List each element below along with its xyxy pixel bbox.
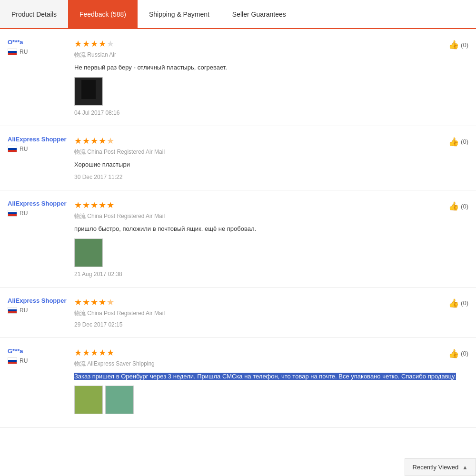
star-2: ★ <box>82 347 90 358</box>
star-2: ★ <box>82 200 90 210</box>
tab-bar: Product Details Feedback (588) Shipping … <box>0 0 476 29</box>
chevron-up-icon: ▲ <box>462 464 468 471</box>
thumbs-up-icon: 👍 <box>448 40 459 50</box>
reviewer-country: RU <box>20 307 28 314</box>
tab-feedback[interactable]: Feedback (588) <box>68 0 138 28</box>
review-content: ★ ★ ★ ★ ★ 物流 Russian Air Не первый раз б… <box>69 39 468 116</box>
like-button[interactable]: 👍 (0) <box>448 348 468 359</box>
logistics-label: 物流 China Post Registered Air Mail <box>74 212 468 220</box>
reviewer-country: RU <box>20 49 28 55</box>
reviewer-name: AliExpress Shopper <box>8 297 69 304</box>
star-2: ★ <box>82 136 90 146</box>
star-3: ★ <box>90 347 98 358</box>
review-text: пришло быстро, положили в почтовый ящик.… <box>74 224 468 234</box>
star-1: ★ <box>74 136 82 146</box>
reviewer-info: G***a RU <box>8 347 69 418</box>
logistics-label: 物流 China Post Registered Air Mail <box>74 148 468 156</box>
review-item: AliExpress Shopper RU ★ ★ ★ ★ ★ 物流 China… <box>0 288 476 338</box>
review-date: 04 Jul 2017 08:16 <box>74 109 468 116</box>
reviewer-flag: RU <box>8 146 69 152</box>
reviewer-country: RU <box>20 210 28 217</box>
tab-shipping[interactable]: Shipping & Payment <box>138 0 221 28</box>
thumbs-up-icon: 👍 <box>448 348 459 359</box>
review-text: Не первый раз беру - отличный пластырь, … <box>74 63 468 72</box>
recently-viewed-button[interactable]: Recently Viewed ▲ <box>405 458 476 476</box>
review-text: Заказ пришел в Оренбург через 3 недели. … <box>74 372 468 381</box>
review-images <box>74 77 468 106</box>
tab-seller[interactable]: Seller Guarantees <box>221 0 298 28</box>
reviewer-info: AliExpress Shopper RU <box>8 200 69 278</box>
like-button[interactable]: 👍 (0) <box>448 201 468 211</box>
star-1: ★ <box>74 200 82 210</box>
review-date: 21 Aug 2017 02:38 <box>74 271 468 278</box>
review-images <box>74 238 468 267</box>
star-2: ★ <box>82 39 90 49</box>
star-rating: ★ ★ ★ ★ ★ <box>74 347 468 358</box>
star-4: ★ <box>99 347 106 358</box>
star-5: ★ <box>107 200 114 210</box>
review-content: ★ ★ ★ ★ ★ 物流 China Post Registered Air M… <box>69 200 468 278</box>
review-content: ★ ★ ★ ★ ★ 物流 China Post Registered Air M… <box>69 297 468 328</box>
reviewer-name: G***a <box>8 347 69 355</box>
star-rating: ★ ★ ★ ★ ★ <box>74 200 468 210</box>
like-count: (0) <box>461 350 468 357</box>
like-button[interactable]: 👍 (0) <box>448 298 468 308</box>
star-3: ★ <box>90 200 98 210</box>
tab-product-details[interactable]: Product Details <box>0 0 68 28</box>
thumbs-up-icon: 👍 <box>448 298 459 308</box>
star-rating: ★ ★ ★ ★ ★ <box>74 136 468 146</box>
review-item: AliExpress Shopper RU ★ ★ ★ ★ ★ 物流 China… <box>0 126 476 191</box>
review-date: 30 Dec 2017 11:22 <box>74 174 468 180</box>
like-count: (0) <box>461 203 468 210</box>
like-button[interactable]: 👍 (0) <box>448 40 468 50</box>
logistics-label: 物流 China Post Registered Air Mail <box>74 309 468 317</box>
reviewer-flag: RU <box>8 307 69 314</box>
like-count: (0) <box>461 299 468 307</box>
reviewer-info: AliExpress Shopper RU <box>8 136 69 181</box>
star-3: ★ <box>90 136 98 146</box>
recently-viewed-label: Recently Viewed <box>413 464 459 471</box>
review-image[interactable] <box>74 238 103 267</box>
flag-icon <box>8 146 17 152</box>
reviewer-info: O***a RU <box>8 39 69 116</box>
reviewer-name: AliExpress Shopper <box>8 136 69 143</box>
reviews-container: O***a RU ★ ★ ★ ★ ★ 物流 Russian Air Не пер… <box>0 29 476 476</box>
star-4: ★ <box>99 39 106 49</box>
star-5: ★ <box>107 136 114 146</box>
thumbs-up-icon: 👍 <box>448 137 459 147</box>
flag-icon <box>8 307 17 314</box>
star-1: ★ <box>74 39 82 49</box>
review-item: O***a RU ★ ★ ★ ★ ★ 物流 Russian Air Не пер… <box>0 29 476 126</box>
star-4: ★ <box>99 200 106 210</box>
like-button[interactable]: 👍 (0) <box>448 137 468 147</box>
reviewer-country: RU <box>20 357 28 364</box>
star-4: ★ <box>99 297 106 307</box>
review-image[interactable] <box>105 386 134 414</box>
reviewer-name: O***a <box>8 39 69 46</box>
star-1: ★ <box>74 347 82 358</box>
reviewer-name: AliExpress Shopper <box>8 200 69 207</box>
review-images <box>74 386 468 414</box>
flag-icon <box>8 357 17 364</box>
reviewer-flag: RU <box>8 357 69 364</box>
reviewer-country: RU <box>20 146 28 152</box>
like-count: (0) <box>461 41 468 49</box>
star-3: ★ <box>90 297 98 307</box>
star-4: ★ <box>99 136 106 146</box>
reviewer-flag: RU <box>8 49 69 55</box>
star-1: ★ <box>74 297 82 307</box>
highlighted-text: Заказ пришел в Оренбург через 3 недели. … <box>74 373 456 380</box>
star-5: ★ <box>107 297 114 307</box>
star-rating: ★ ★ ★ ★ ★ <box>74 39 468 49</box>
star-3: ★ <box>90 39 98 49</box>
review-image[interactable] <box>74 77 103 106</box>
logistics-label: 物流 Russian Air <box>74 51 468 59</box>
review-content: ★ ★ ★ ★ ★ 物流 AliExpress Saver Shipping З… <box>69 347 468 418</box>
review-item: G***a RU ★ ★ ★ ★ ★ 物流 AliExpress Saver S… <box>0 338 476 428</box>
flag-icon <box>8 49 17 55</box>
flag-icon <box>8 210 17 217</box>
review-item: AliExpress Shopper RU ★ ★ ★ ★ ★ 物流 China… <box>0 190 476 288</box>
review-image[interactable] <box>74 386 103 414</box>
review-content: ★ ★ ★ ★ ★ 物流 China Post Registered Air M… <box>69 136 468 181</box>
star-rating: ★ ★ ★ ★ ★ <box>74 297 468 307</box>
